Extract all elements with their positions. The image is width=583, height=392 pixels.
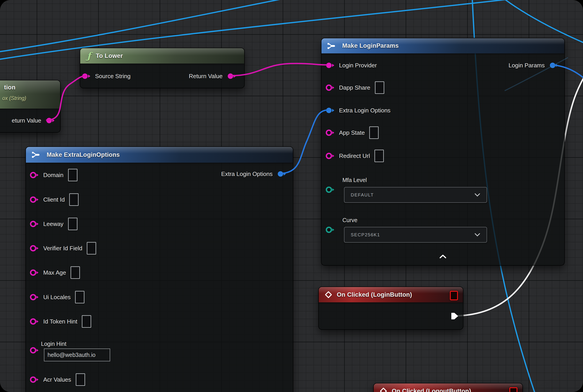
pin-label: Extra Login Options — [339, 107, 390, 114]
chevron-down-icon — [474, 233, 480, 236]
node-to-lower[interactable]: ƒ To Lower Source String Return Value — [80, 48, 245, 88]
node-title: To Lower — [96, 52, 123, 60]
event-diamond-icon — [380, 387, 387, 392]
string-pin-login-hint[interactable] — [30, 346, 39, 354]
collapse-chevron-icon[interactable] — [439, 254, 447, 259]
pin-label: Redirect Url — [339, 152, 370, 160]
pin-label: Acr Values — [43, 376, 71, 383]
string-pin-return-value[interactable] — [46, 117, 55, 124]
enum-pin-mfa-level[interactable] — [326, 186, 334, 194]
node-on-clicked-logout-button[interactable]: On Clicked (LogoutButton) — [373, 383, 523, 392]
checkbox-leeway[interactable] — [68, 218, 78, 230]
struct-pin-extra-login-options-in[interactable] — [326, 106, 334, 114]
string-pin-return-value[interactable] — [227, 72, 236, 80]
make-struct-icon — [327, 42, 337, 50]
node-title: On Clicked (LoginButton) — [337, 291, 412, 298]
string-pin-leeway[interactable] — [30, 220, 39, 228]
input-row-ui-locales: Ui Locales — [30, 291, 84, 303]
wire-blue-top-left[interactable] — [0, 0, 293, 52]
pin-label: Login Provider — [339, 62, 377, 69]
string-pin-verifier-id-field[interactable] — [30, 244, 39, 252]
input-row-domain: Domain — [30, 169, 78, 181]
node-to-lower-header: ƒ To Lower — [80, 48, 244, 64]
string-pin-acr-values[interactable] — [30, 376, 39, 384]
pin-label: Leeway — [43, 220, 64, 228]
node-on-clicked-login-button[interactable]: On Clicked (LoginButton) — [318, 286, 464, 330]
make-struct-icon — [31, 151, 41, 158]
input-row-extra-login-options: Extra Login Options — [326, 104, 390, 116]
input-row-max-age: Max Age — [30, 266, 80, 279]
string-pin-domain[interactable] — [30, 171, 39, 179]
checkbox-redirect-url[interactable] — [374, 150, 384, 162]
curve-dropdown[interactable]: SECP256K1 — [344, 227, 487, 243]
string-pin-source-string[interactable] — [82, 72, 90, 80]
input-row-redirect-url: Redirect Url — [326, 150, 384, 162]
node-event-header: On Clicked (LogoutButton) — [374, 384, 522, 392]
delegate-box-icon[interactable] — [509, 387, 518, 392]
function-icon: ƒ — [87, 51, 91, 60]
input-row-app-state: App State — [326, 126, 379, 139]
node-subtitle: ox (String) — [2, 95, 26, 102]
string-pin-redirect-url[interactable] — [326, 152, 334, 160]
pin-label: Source String — [95, 73, 131, 80]
string-pin-ui-locales[interactable] — [30, 293, 39, 301]
string-pin-id-token-hint[interactable] — [30, 318, 39, 325]
node-text-source[interactable]: tion ox (String) eturn Value — [0, 80, 60, 133]
mfa-level-value: DEFAULT — [351, 192, 374, 198]
pin-label: Id Token Hint — [43, 318, 77, 325]
node-event-header: On Clicked (LoginButton) — [319, 287, 463, 302]
input-row-source-string: Source String — [82, 70, 131, 82]
pin-label: Login Params — [509, 62, 545, 69]
checkbox-acr-values[interactable] — [76, 373, 85, 386]
input-row-leeway: Leeway — [30, 218, 78, 230]
output-row-return-value: Return Value — [189, 70, 236, 82]
node-text-source-header: tion ox (String) — [0, 80, 60, 108]
output-row-login-params: Login Params — [509, 59, 558, 72]
screenshot-frame: tion ox (String) eturn Value ƒ To Lower … — [0, 0, 583, 392]
checkbox-dapp-share[interactable] — [375, 81, 384, 94]
pin-label: Extra Login Options — [221, 170, 272, 178]
node-melo-header: Make ExtraLoginOptions — [26, 147, 293, 163]
checkbox-app-state[interactable] — [369, 126, 379, 139]
node-mlp-header: Make LoginParams — [322, 38, 564, 54]
checkbox-id-token-hint[interactable] — [82, 315, 91, 328]
checkbox-verifier-id-field[interactable] — [87, 242, 96, 254]
node-title: Make LoginParams — [342, 42, 399, 49]
string-pin-max-age[interactable] — [30, 269, 39, 276]
pin-label: Client Id — [43, 196, 65, 203]
node-make-login-params[interactable]: Make LoginParams Login Provider Dapp Sha… — [321, 38, 565, 266]
string-pin-login-provider[interactable] — [326, 62, 334, 69]
pin-label: Max Age — [43, 269, 66, 276]
checkbox-max-age[interactable] — [70, 266, 80, 279]
checkbox-ui-locales[interactable] — [75, 291, 84, 304]
login-hint-input[interactable]: hello@web3auth.io — [44, 348, 110, 361]
pin-label: Verifier Id Field — [43, 245, 82, 252]
string-pin-app-state[interactable] — [326, 129, 334, 136]
pin-label: Ui Locales — [43, 294, 70, 301]
node-title: tion — [4, 84, 16, 91]
login-hint-value: hello@web3auth.io — [48, 352, 96, 358]
checkbox-client-id[interactable] — [69, 193, 78, 206]
struct-pin-login-params-out[interactable] — [549, 62, 558, 69]
pin-label: Return Value — [189, 73, 222, 80]
input-row-login-provider: Login Provider — [326, 59, 377, 72]
login-hint-label: Login Hint — [41, 341, 66, 347]
node-make-extra-login-options[interactable]: Make ExtraLoginOptions Domain Client Id … — [26, 146, 293, 392]
chevron-down-icon — [474, 193, 480, 197]
wire-blue-top-right[interactable] — [502, 0, 583, 43]
input-row-id-token-hint: Id Token Hint — [30, 316, 91, 328]
blueprint-graph-canvas[interactable]: tion ox (String) eturn Value ƒ To Lower … — [0, 0, 583, 392]
curve-label: Curve — [342, 217, 358, 224]
input-row-acr-values: Acr Values — [30, 374, 85, 386]
struct-pin-extra-login-options-out[interactable] — [277, 170, 286, 178]
string-pin-dapp-share[interactable] — [326, 84, 334, 92]
input-row-verifier-id-field: Verifier Id Field — [30, 242, 96, 254]
enum-pin-curve[interactable] — [326, 226, 334, 234]
delegate-box-icon[interactable] — [450, 291, 458, 300]
mfa-level-dropdown[interactable]: DEFAULT — [344, 187, 487, 203]
exec-pin-out[interactable] — [451, 312, 459, 320]
mfa-level-label: Mfa Level — [342, 177, 367, 184]
string-pin-client-id[interactable] — [30, 196, 39, 204]
checkbox-domain[interactable] — [68, 169, 78, 181]
output-row-return-value: eturn Value — [12, 114, 55, 126]
